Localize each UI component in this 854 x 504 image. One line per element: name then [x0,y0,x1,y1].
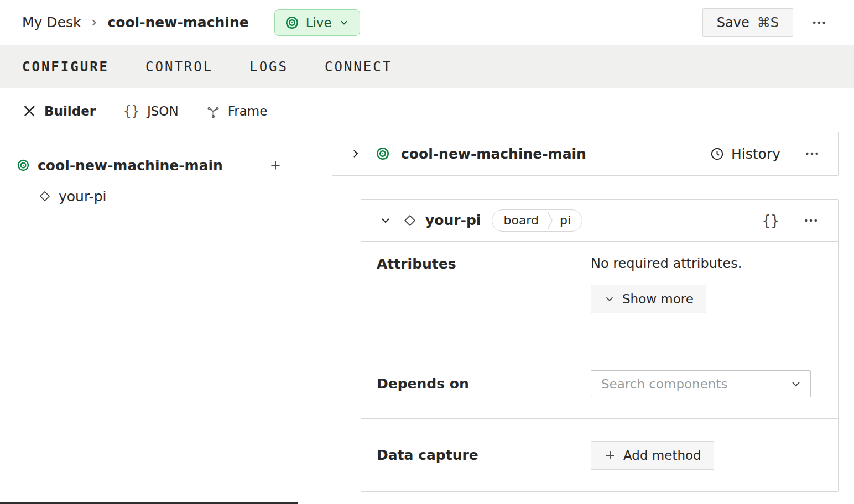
live-label: Live [306,15,332,30]
breadcrumb: My Desk cool-new-machine [22,14,249,30]
machine-tree: cool-new-machine-main your-pi [0,134,306,212]
config-panel: cool-new-machine-main History [306,88,854,504]
component-card: your-pi board pi {} [361,199,839,492]
tab-bar: CONFIGURE CONTROL LOGS CONNECT [0,45,854,88]
tree-machine-part-label: cool-new-machine-main [38,158,258,174]
component-model-badge: pi [554,213,582,227]
tab-connect[interactable]: CONNECT [325,56,392,78]
ellipsis-icon [804,145,820,162]
attributes-label: Attributes [377,256,591,272]
braces-icon: {} [762,212,779,229]
mode-builder-label: Builder [44,104,96,118]
mode-json-button[interactable]: {} JSON [123,103,179,119]
component-json-button[interactable]: {} [760,210,782,231]
history-clock-icon [710,146,725,161]
tree-component-row[interactable]: your-pi [17,181,285,212]
add-component-button[interactable] [266,156,285,175]
machine-part-title: cool-new-machine-main [401,146,586,162]
live-status-badge[interactable]: Live [274,9,360,36]
breadcrumb-current: cool-new-machine [107,14,248,30]
ellipsis-icon [811,14,827,31]
component-name: your-pi [425,212,481,228]
frame-axes-icon [206,104,220,118]
chevron-down-icon [789,377,803,391]
part-menu-button[interactable] [800,142,824,165]
save-button[interactable]: Save ⌘S [702,8,793,37]
attributes-empty-text: No required attributes. [591,256,742,271]
save-label: Save [717,15,749,30]
depends-on-label: Depends on [377,376,591,392]
search-components-input[interactable] [601,377,789,391]
data-capture-row: Data capture Add method [361,418,838,491]
chevron-down-icon [339,17,350,28]
tab-configure[interactable]: CONFIGURE [22,56,109,78]
add-method-label: Add method [623,448,701,463]
save-shortcut: ⌘S [757,15,779,30]
depends-on-combobox[interactable] [591,370,811,397]
tab-control[interactable]: CONTROL [145,56,213,78]
mode-frame-button[interactable]: Frame [206,104,268,118]
collapse-component-button[interactable] [377,212,394,229]
app-root: My Desk cool-new-machine Live Save ⌘S [0,0,854,504]
data-capture-content: Add method [591,441,714,470]
machine-part-card: cool-new-machine-main History [332,132,839,176]
attributes-row: Attributes No required attributes. Show … [361,242,838,349]
braces-icon: {} [123,103,139,119]
mode-json-label: JSON [147,104,179,118]
tree-machine-part-row[interactable]: cool-new-machine-main [17,150,285,181]
add-method-button[interactable]: Add method [591,441,714,470]
viam-logo-icon [376,146,390,161]
tools-icon [22,104,37,118]
breadcrumb-root-link[interactable]: My Desk [22,14,81,30]
component-type-badge: board [492,213,545,227]
component-menu-button[interactable] [799,209,822,232]
chevron-right-icon [88,17,100,28]
chevron-right-icon [349,147,362,160]
top-header: My Desk cool-new-machine Live Save ⌘S [0,0,854,45]
component-card-header: your-pi board pi {} [361,200,838,242]
show-more-button[interactable]: Show more [591,285,706,313]
view-mode-row: Builder {} JSON Frame [0,88,306,134]
chevron-down-icon [603,293,616,305]
plus-icon [268,158,283,172]
data-capture-label: Data capture [377,447,591,463]
history-label: History [731,146,780,162]
history-button[interactable]: History [710,146,780,162]
content-area: Builder {} JSON Frame [0,88,854,504]
depends-on-content [591,370,811,397]
viam-logo-icon [17,159,30,172]
component-diamond-icon [403,214,416,227]
ellipsis-icon [803,212,819,229]
overflow-menu-button[interactable] [806,10,832,35]
mode-builder-button[interactable]: Builder [22,104,96,118]
plus-icon [603,449,617,462]
expand-part-button[interactable] [347,145,364,162]
tab-logs[interactable]: LOGS [249,56,288,78]
tree-component-label: your-pi [59,188,106,204]
viam-logo-icon [285,15,299,30]
component-diamond-icon [39,190,51,202]
component-nest: your-pi board pi {} [332,176,839,492]
show-more-label: Show more [622,292,694,306]
sidebar: Builder {} JSON Frame [0,88,306,504]
component-type-badges: board pi [492,209,582,232]
attributes-content: No required attributes. Show more [591,256,742,313]
badge-divider-icon [545,210,554,231]
chevron-down-icon [379,214,392,227]
mode-frame-label: Frame [228,104,268,118]
depends-on-row: Depends on [361,349,838,418]
